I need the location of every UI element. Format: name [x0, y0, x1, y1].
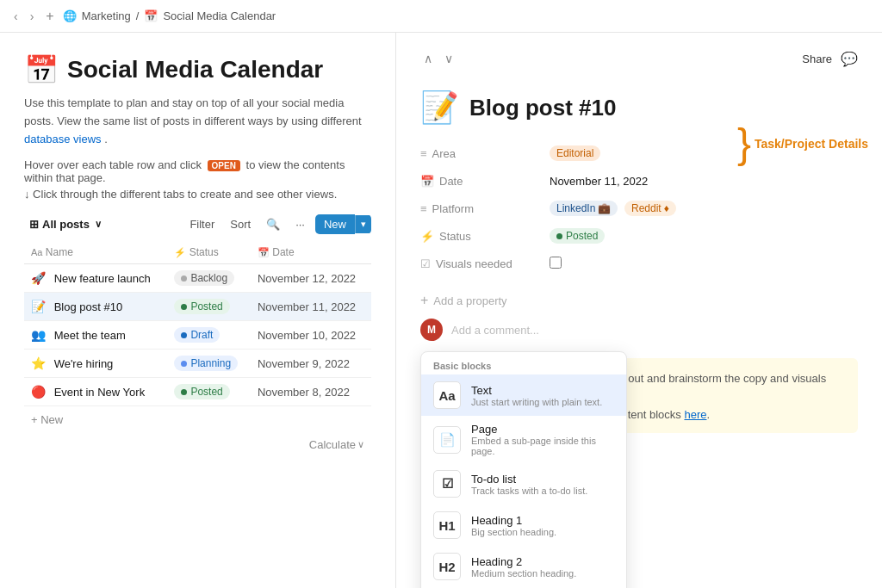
col-name: Aa Name — [24, 241, 167, 264]
block-name: Heading 2 — [471, 555, 614, 568]
reddit-tag: Reddit ♦ — [624, 201, 676, 216]
breadcrumb-separator: / — [136, 9, 140, 22]
status-dot — [181, 304, 187, 310]
status-dot — [556, 233, 562, 239]
prop-visuals: ☑ Visuals needed — [420, 250, 858, 277]
block-item-todo[interactable]: ☑ To-do list Track tasks with a to-do li… — [421, 463, 626, 504]
db-actions: Filter Sort 🔍 ··· New ▾ — [184, 214, 371, 234]
add-comment-area[interactable]: M Add a comment... — [420, 312, 858, 348]
annotation: } Task/Project Details — [737, 123, 868, 164]
prop-visuals-icon: ☑ — [420, 257, 431, 270]
visuals-checkbox[interactable] — [550, 257, 562, 269]
db-view-chevron: ∨ — [95, 219, 102, 230]
nav-forward-button[interactable]: › — [27, 8, 38, 25]
calculate-button[interactable]: Calculate ∨ — [24, 433, 371, 456]
add-property-button[interactable]: + Add a property — [420, 289, 858, 312]
new-page-button[interactable]: + — [42, 7, 57, 26]
breadcrumb-parent: Marketing — [82, 9, 131, 22]
row-status-cell: Backlog — [167, 264, 251, 293]
block-info: Heading 1 Big section heading. — [471, 514, 614, 537]
right-nav-up[interactable]: ∧ — [420, 50, 436, 67]
prop-date-value[interactable]: November 11, 2022 — [550, 175, 858, 188]
prop-area-icon: ≡ — [420, 147, 427, 160]
comment-icon[interactable]: 💬 — [841, 51, 858, 67]
table-header-row: Aa Name ⚡ Status 📅 Date — [24, 241, 371, 264]
page-description: Use this template to plan and stay on to… — [24, 95, 371, 148]
status-badge: Draft — [174, 327, 220, 343]
annotation-brace: } — [737, 123, 751, 164]
new-button-group: New ▾ — [315, 214, 371, 234]
prop-visuals-value[interactable] — [550, 257, 858, 271]
prop-platform-label: ≡ Platform — [420, 202, 550, 215]
prop-date-label: 📅 Date — [420, 175, 550, 188]
row-icon: ⭐ — [31, 356, 46, 370]
table-row[interactable]: ⭐ We're hiring Planning November 9, 2022 — [24, 350, 371, 378]
page-title-icon: 📅 — [24, 53, 59, 86]
block-item-h2[interactable]: H2 Heading 2 Medium section heading. — [421, 546, 626, 587]
prop-status-value[interactable]: Posted — [550, 228, 858, 244]
table-row[interactable]: 👥 Meet the team Draft November 10, 2022 — [24, 321, 371, 350]
blocks-dropdown: Basic blocks Aa Text Just start writing … — [420, 351, 627, 588]
row-date-cell: November 9, 2022 — [251, 350, 371, 378]
breadcrumb-icon: 📅 — [144, 9, 158, 22]
main-layout: 📅 Social Media Calendar Use this templat… — [0, 33, 882, 588]
row-date-cell: November 10, 2022 — [251, 321, 371, 350]
row-status-cell: Posted — [167, 293, 251, 321]
db-view-icon: ⊞ — [29, 218, 39, 231]
linkedin-tag: LinkedIn 💼 — [550, 201, 618, 216]
row-name: Blog post #10 — [54, 300, 123, 313]
tip-link[interactable]: here — [684, 408, 706, 421]
status-badge: Planning — [174, 356, 238, 371]
prop-date: 📅 Date November 11, 2022 — [420, 167, 858, 195]
prop-platform-value[interactable]: LinkedIn 💼 Reddit ♦ — [550, 201, 858, 216]
row-status-cell: Draft — [167, 321, 251, 350]
new-main-button[interactable]: New — [315, 214, 355, 234]
add-row-label: + New — [31, 413, 63, 426]
row-name: Event in New York — [54, 386, 146, 399]
prop-status: ⚡ Status Posted — [420, 222, 858, 250]
block-desc: Just start writing with plain text. — [471, 397, 614, 407]
row-icon: 🔴 — [31, 385, 46, 399]
linkedin-icon: 💼 — [598, 202, 611, 214]
block-item-h1[interactable]: H1 Heading 1 Big section heading. — [421, 504, 626, 546]
block-name: Page — [471, 423, 614, 436]
topbar-left: ‹ › + 🌐 Marketing / 📅 Social Media Calen… — [10, 7, 276, 26]
left-panel: 📅 Social Media Calendar Use this templat… — [0, 33, 396, 588]
block-item-page[interactable]: 📄 Page Embed a sub-page inside this page… — [421, 416, 626, 463]
sort-button[interactable]: Sort — [225, 215, 256, 233]
prop-area-label: ≡ Area — [420, 147, 550, 160]
row-date-cell: November 11, 2022 — [251, 293, 371, 321]
prop-platform: ≡ Platform LinkedIn 💼 Reddit ♦ — [420, 195, 858, 222]
share-button[interactable]: Share — [802, 53, 832, 65]
right-nav-down[interactable]: ∨ — [441, 50, 457, 67]
block-name: To-do list — [471, 473, 614, 486]
database-views-link[interactable]: database views — [24, 133, 102, 145]
row-date-cell: November 8, 2022 — [251, 378, 371, 406]
col-status: ⚡ Status — [167, 241, 251, 264]
row-name-cell: 📝 Blog post #10 — [24, 293, 167, 321]
user-avatar: M — [420, 319, 443, 341]
add-row-button[interactable]: + New — [24, 406, 371, 433]
block-item-text[interactable]: Aa Text Just start writing with plain te… — [421, 374, 626, 416]
db-view-label: All posts — [42, 218, 90, 231]
nav-back-button[interactable]: ‹ — [10, 8, 22, 25]
row-icon: 🚀 — [31, 271, 46, 285]
row-name-cell: ⭐ We're hiring — [24, 350, 167, 378]
calculate-label: Calculate — [309, 438, 356, 451]
page-hint1: Hover over each table row and click OPEN… — [24, 158, 371, 184]
table-row[interactable]: 🔴 Event in New York Posted November 8, 2… — [24, 378, 371, 406]
page-detail-title: Blog post #10 — [469, 95, 616, 121]
db-view-button[interactable]: ⊞ All posts ∨ — [24, 215, 107, 233]
row-name-cell: 🚀 New feature launch — [24, 264, 167, 293]
status-dot — [181, 389, 187, 395]
status-dot — [181, 275, 187, 282]
search-button[interactable]: 🔍 — [261, 215, 285, 233]
block-info: Page Embed a sub-page inside this page. — [471, 423, 614, 456]
more-options-button[interactable]: ··· — [290, 215, 310, 233]
filter-button[interactable]: Filter — [184, 215, 220, 233]
table-row[interactable]: 🚀 New feature launch Backlog November 12… — [24, 264, 371, 293]
block-info: Text Just start writing with plain text. — [471, 384, 614, 407]
block-icon: 📄 — [433, 426, 461, 454]
new-arrow-button[interactable]: ▾ — [355, 215, 371, 233]
table-row[interactable]: 📝 Blog post #10 Posted November 11, 2022 — [24, 293, 371, 321]
